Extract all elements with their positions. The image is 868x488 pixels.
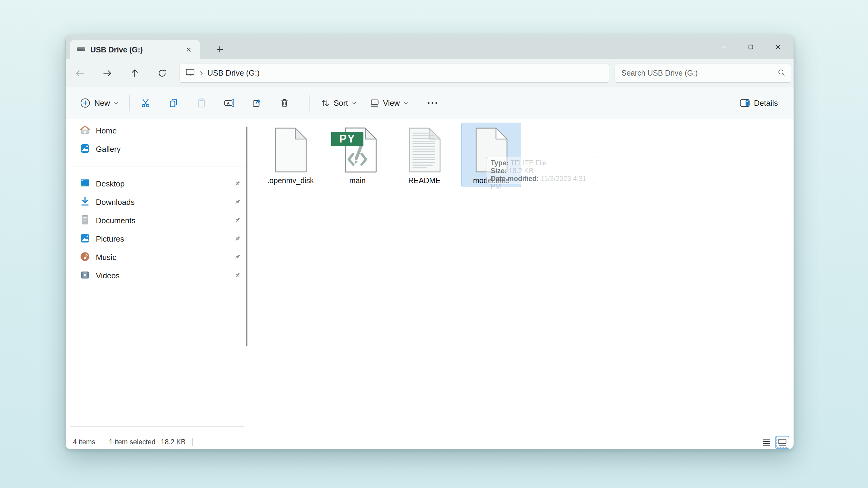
file-explorer-window: USB Drive (G:) bbox=[65, 35, 794, 450]
sidebar-item-label: Documents bbox=[96, 216, 229, 225]
view-toggles bbox=[761, 436, 789, 449]
new-button-label: New bbox=[94, 98, 110, 108]
pin-icon bbox=[235, 235, 241, 242]
navigation-bar: USB Drive (G:) bbox=[66, 59, 794, 87]
copy-button[interactable] bbox=[164, 93, 183, 113]
sidebar-divider bbox=[70, 167, 246, 167]
sidebar-item-music[interactable]: Music bbox=[69, 249, 245, 266]
breadcrumb-chevron-icon bbox=[199, 70, 203, 76]
command-toolbar: New A Sort bbox=[66, 87, 794, 119]
drive-icon bbox=[76, 46, 86, 53]
documents-icon bbox=[80, 215, 90, 227]
sidebar-item-gallery[interactable]: Gallery bbox=[69, 141, 245, 158]
status-bar: 4 items 1 item selected 18.2 KB bbox=[66, 435, 794, 450]
close-button[interactable] bbox=[765, 38, 790, 56]
tab-close-icon[interactable] bbox=[183, 44, 195, 56]
forward-button[interactable] bbox=[97, 63, 117, 83]
status-separator bbox=[102, 438, 102, 446]
python-file-icon: PY bbox=[331, 127, 378, 173]
svg-text:A: A bbox=[227, 101, 230, 105]
search-input[interactable] bbox=[621, 69, 778, 77]
downloads-icon bbox=[80, 196, 90, 208]
refresh-button[interactable] bbox=[152, 63, 172, 83]
chevron-down-icon bbox=[352, 101, 356, 105]
sort-button-label: Sort bbox=[334, 98, 348, 108]
sort-button[interactable]: Sort bbox=[316, 93, 361, 113]
videos-icon bbox=[80, 270, 90, 282]
file-name: main bbox=[349, 176, 366, 185]
more-options-button[interactable] bbox=[423, 93, 442, 113]
ellipsis-icon bbox=[428, 102, 437, 104]
python-badge-label: PY bbox=[339, 132, 355, 145]
pictures-icon bbox=[80, 233, 90, 245]
chevron-down-icon bbox=[114, 101, 119, 105]
toolbar-separator bbox=[309, 95, 310, 111]
sidebar-item-documents[interactable]: Documents bbox=[69, 212, 245, 229]
file-name: README bbox=[408, 176, 441, 185]
pin-icon bbox=[235, 181, 241, 187]
paste-button[interactable] bbox=[192, 93, 211, 113]
sidebar-scrollbar[interactable] bbox=[246, 127, 247, 347]
navigation-pane: Home Gallery Desktop bbox=[66, 119, 253, 435]
sidebar-item-downloads[interactable]: Downloads bbox=[69, 194, 245, 210]
pin-icon bbox=[235, 199, 241, 205]
this-pc-icon bbox=[186, 68, 195, 78]
new-button[interactable]: New bbox=[76, 93, 123, 113]
up-button[interactable] bbox=[125, 63, 145, 83]
tab-strip: USB Drive (G:) bbox=[66, 35, 794, 59]
item-count: 4 items bbox=[73, 438, 95, 446]
new-tab-button[interactable] bbox=[212, 42, 227, 57]
file-tile-openmv-disk[interactable]: .openmv_disk bbox=[261, 123, 320, 187]
file-grid: .openmv_disk PY bbox=[261, 123, 521, 187]
search-icon bbox=[778, 69, 785, 78]
tab-usb-drive[interactable]: USB Drive (G:) bbox=[70, 40, 200, 59]
share-button[interactable] bbox=[247, 93, 267, 113]
text-file-icon bbox=[407, 127, 442, 173]
address-bar[interactable]: USB Drive (G:) bbox=[179, 64, 609, 83]
sidebar-item-desktop[interactable]: Desktop bbox=[69, 175, 245, 192]
sidebar-bottom-divider bbox=[70, 426, 244, 427]
back-button[interactable] bbox=[70, 63, 90, 83]
sidebar-item-home[interactable]: Home bbox=[69, 122, 245, 139]
list-view-toggle[interactable] bbox=[761, 436, 772, 448]
home-icon bbox=[80, 125, 90, 137]
cut-button[interactable] bbox=[136, 93, 156, 113]
desktop-icon bbox=[80, 178, 90, 190]
gallery-icon bbox=[80, 143, 90, 155]
pin-icon bbox=[235, 217, 241, 224]
view-button[interactable]: View bbox=[366, 93, 412, 113]
details-pane-icon bbox=[740, 98, 750, 107]
search-box bbox=[615, 64, 791, 83]
file-list-pane: .openmv_disk PY bbox=[253, 119, 794, 435]
file-tile-readme[interactable]: README bbox=[395, 123, 454, 187]
details-button[interactable]: Details bbox=[736, 93, 781, 113]
sidebar-item-label: Downloads bbox=[96, 198, 229, 207]
blank-file-icon bbox=[273, 127, 308, 173]
chevron-down-icon bbox=[404, 101, 408, 105]
details-button-label: Details bbox=[754, 98, 778, 108]
pin-icon bbox=[235, 254, 241, 261]
selection-count: 1 item selected bbox=[109, 438, 156, 446]
file-tile-main-py[interactable]: PY main bbox=[328, 123, 387, 187]
breadcrumb: USB Drive (G:) bbox=[207, 68, 259, 78]
sidebar-item-label: Music bbox=[96, 253, 229, 262]
file-name: model.tflite bbox=[473, 176, 510, 185]
view-button-label: View bbox=[383, 98, 400, 108]
tab-title: USB Drive (G:) bbox=[90, 45, 183, 54]
window-controls bbox=[711, 38, 790, 56]
minimize-button[interactable] bbox=[711, 38, 736, 56]
sidebar-item-videos[interactable]: Videos bbox=[69, 267, 245, 284]
sidebar-item-label: Desktop bbox=[96, 179, 229, 189]
file-tile-model-tflite[interactable]: model.tflite bbox=[461, 123, 521, 187]
delete-button[interactable] bbox=[275, 93, 294, 113]
toolbar-separator bbox=[129, 95, 130, 111]
selection-size: 18.2 KB bbox=[161, 438, 186, 446]
maximize-button[interactable] bbox=[738, 38, 764, 56]
sidebar-item-label: Home bbox=[96, 126, 241, 135]
rename-button[interactable]: A bbox=[219, 93, 239, 113]
window-body: Home Gallery Desktop bbox=[66, 119, 794, 435]
music-icon bbox=[80, 251, 90, 263]
sidebar-item-pictures[interactable]: Pictures bbox=[69, 230, 245, 247]
large-icons-view-toggle[interactable] bbox=[775, 436, 789, 449]
sidebar-item-label: Videos bbox=[96, 271, 229, 281]
